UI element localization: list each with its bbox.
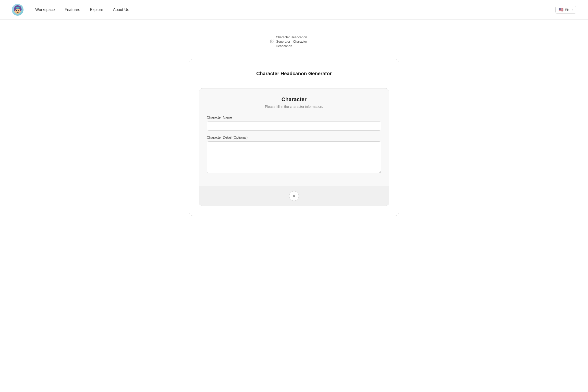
form-card-body: Character Please fill in the character i… — [199, 88, 389, 186]
form-card: Character Please fill in the character i… — [199, 88, 389, 206]
nav-item-workspace[interactable]: Workspace — [35, 8, 55, 12]
chevron-icon: ⬍ — [571, 8, 573, 11]
svg-point-6 — [16, 7, 20, 8]
svg-point-5 — [18, 10, 19, 11]
svg-point-4 — [16, 10, 17, 11]
character-name-input[interactable] — [207, 121, 381, 130]
form-card-heading: Character — [207, 96, 381, 103]
nav-item-explore[interactable]: Explore — [90, 8, 103, 12]
nav-item-features[interactable]: Features — [65, 8, 80, 12]
svg-point-2 — [14, 8, 16, 11]
broken-image-icon: 🖼 — [270, 39, 274, 44]
card-title: Character Headcanon Generator — [199, 71, 389, 76]
nav-links: Workspace Features Explore About Us — [35, 8, 129, 12]
logo-area — [12, 4, 24, 16]
logo-icon — [12, 4, 24, 16]
flag-icon: 🇺🇸 — [558, 7, 564, 12]
language-selector[interactable]: 🇺🇸 EN ⬍ — [556, 6, 576, 14]
nav-item-about-us[interactable]: About Us — [113, 8, 129, 12]
page-image-placeholder: 🖼 Character Headcanon Generator - Charac… — [270, 34, 318, 49]
form-card-subtitle: Please fill in the character information… — [207, 104, 381, 108]
character-detail-textarea[interactable] — [207, 141, 381, 173]
navbar-left: Workspace Features Explore About Us — [12, 4, 129, 16]
svg-point-3 — [20, 8, 22, 11]
broken-image-text: Character Headcanon Generator - Characte… — [276, 35, 318, 48]
form-card-footer: × — [199, 186, 389, 206]
main-card: Character Headcanon Generator Character … — [189, 59, 399, 216]
character-detail-label: Character Detail (Optional) — [207, 136, 381, 140]
language-code: EN — [565, 8, 570, 12]
character-detail-group: Character Detail (Optional) — [207, 136, 381, 174]
navbar: Workspace Features Explore About Us 🇺🇸 E… — [0, 0, 588, 20]
character-name-group: Character Name — [207, 116, 381, 130]
close-button[interactable]: × — [289, 191, 299, 201]
broken-image-box: 🖼 Character Headcanon Generator - Charac… — [270, 34, 318, 49]
main-content: 🖼 Character Headcanon Generator - Charac… — [0, 20, 588, 236]
character-name-label: Character Name — [207, 116, 381, 119]
